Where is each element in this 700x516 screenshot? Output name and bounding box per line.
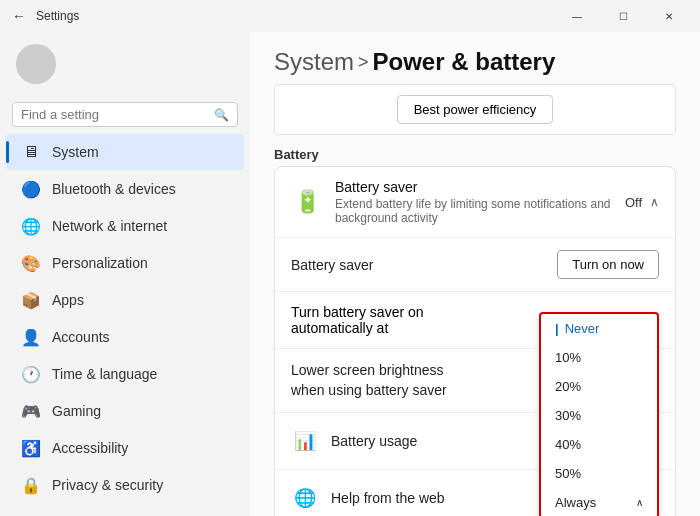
breadcrumb: System > Power & battery <box>274 48 676 76</box>
dropdown-item-never[interactable]: Never <box>541 314 657 343</box>
dropdown-item-always[interactable]: Always ∧ <box>541 488 657 516</box>
sidebar-item-accessibility[interactable]: ♿ Accessibility <box>6 430 244 466</box>
sidebar-item-gaming[interactable]: 🎮 Gaming <box>6 393 244 429</box>
battery-saver-row-label: Battery saver <box>291 257 557 273</box>
battery-saver-status: Off <box>625 195 642 210</box>
power-efficiency-button[interactable]: Best power efficiency <box>397 95 554 124</box>
close-button[interactable]: ✕ <box>646 0 692 32</box>
system-icon: 🖥 <box>22 143 40 161</box>
battery-section: 🔋 Battery saver Extend battery life by l… <box>274 166 676 516</box>
help-icon: 🌐 <box>291 484 319 512</box>
battery-saver-icon: 🔋 <box>291 186 323 218</box>
search-box[interactable]: 🔍 <box>12 102 238 127</box>
dropdown-item-10pct[interactable]: 10% <box>541 343 657 372</box>
bluetooth-icon: 🔵 <box>22 180 40 198</box>
sidebar-profile <box>0 32 250 96</box>
sidebar-item-label-accessibility: Accessibility <box>52 440 128 456</box>
sidebar-item-apps[interactable]: 📦 Apps <box>6 282 244 318</box>
sidebar-item-system[interactable]: 🖥 System <box>6 134 244 170</box>
content-area: System > Power & battery Best power effi… <box>250 32 700 516</box>
dropdown-item-30pct[interactable]: 30% <box>541 401 657 430</box>
sidebar-item-label-gaming: Gaming <box>52 403 101 419</box>
sidebar-item-label-apps: Apps <box>52 292 84 308</box>
accounts-icon: 👤 <box>22 328 40 346</box>
brightness-line1: Lower screen brightness <box>291 362 444 378</box>
network-icon: 🌐 <box>22 217 40 235</box>
battery-saver-desc: Extend battery life by limiting some not… <box>335 197 625 225</box>
search-input[interactable] <box>21 107 214 122</box>
maximize-button[interactable]: ☐ <box>600 0 646 32</box>
dropdown-item-50pct[interactable]: 50% <box>541 459 657 488</box>
accessibility-icon: ♿ <box>22 439 40 457</box>
sidebar-item-label-time: Time & language <box>52 366 157 382</box>
sidebar-item-bluetooth[interactable]: 🔵 Bluetooth & devices <box>6 171 244 207</box>
auto-label-line1: Turn battery saver on <box>291 304 424 320</box>
app-body: 🔍 🖥 System 🔵 Bluetooth & devices 🌐 Netwo… <box>0 32 700 516</box>
battery-usage-icon: 📊 <box>291 427 319 455</box>
brightness-line2: when using battery saver <box>291 382 447 398</box>
sidebar-item-label-accounts: Accounts <box>52 329 110 345</box>
time-icon: 🕐 <box>22 365 40 383</box>
gaming-icon: 🎮 <box>22 402 40 420</box>
content-header: System > Power & battery <box>250 32 700 84</box>
back-button[interactable]: ← <box>8 6 30 26</box>
battery-section-label: Battery <box>274 147 676 162</box>
breadcrumb-current: Power & battery <box>373 48 556 76</box>
dropdown-item-40pct[interactable]: 40% <box>541 430 657 459</box>
power-efficiency-strip: Best power efficiency <box>274 84 676 135</box>
breadcrumb-parent: System <box>274 48 354 76</box>
breadcrumb-sep: > <box>358 52 369 73</box>
auto-battery-saver-row: Turn battery saver on automatically at N… <box>275 292 675 349</box>
sidebar-item-label-bluetooth: Bluetooth & devices <box>52 181 176 197</box>
sidebar-item-label-network: Network & internet <box>52 218 167 234</box>
red-arrow-annotation <box>250 298 265 342</box>
privacy-icon: 🔒 <box>22 476 40 494</box>
dropdown-item-20pct[interactable]: 20% <box>541 372 657 401</box>
nav-container: 🖥 System 🔵 Bluetooth & devices 🌐 Network… <box>0 133 250 504</box>
title-bar-controls: — ☐ ✕ <box>554 0 692 32</box>
battery-saver-info: Battery saver Extend battery life by lim… <box>335 179 625 225</box>
sidebar: 🔍 🖥 System 🔵 Bluetooth & devices 🌐 Netwo… <box>0 32 250 516</box>
personalization-icon: 🎨 <box>22 254 40 272</box>
sidebar-item-time[interactable]: 🕐 Time & language <box>6 356 244 392</box>
title-bar-title: Settings <box>36 9 79 23</box>
title-bar-left: ← Settings <box>8 6 79 26</box>
avatar <box>16 44 56 84</box>
sidebar-item-network[interactable]: 🌐 Network & internet <box>6 208 244 244</box>
title-bar: ← Settings — ☐ ✕ <box>0 0 700 32</box>
battery-saver-header: 🔋 Battery saver Extend battery life by l… <box>275 167 675 238</box>
dropdown-menu: Never10%20%30%40%50%Always ∧ <box>539 312 659 516</box>
minimize-button[interactable]: — <box>554 0 600 32</box>
sidebar-item-personalization[interactable]: 🎨 Personalization <box>6 245 244 281</box>
apps-icon: 📦 <box>22 291 40 309</box>
sidebar-item-label-privacy: Privacy & security <box>52 477 163 493</box>
content-body: Best power efficiency Battery 🔋 Battery … <box>250 84 700 516</box>
sidebar-item-accounts[interactable]: 👤 Accounts <box>6 319 244 355</box>
auto-label-line2: automatically at <box>291 320 388 336</box>
battery-saver-title: Battery saver <box>335 179 625 195</box>
search-icon: 🔍 <box>214 108 229 122</box>
turn-on-button[interactable]: Turn on now <box>557 250 659 279</box>
battery-saver-toggle: Off ∧ <box>625 195 659 210</box>
battery-saver-chevron[interactable]: ∧ <box>650 195 659 209</box>
sidebar-item-privacy[interactable]: 🔒 Privacy & security <box>6 467 244 503</box>
sidebar-item-label-system: System <box>52 144 99 160</box>
sidebar-item-label-personalization: Personalization <box>52 255 148 271</box>
battery-saver-row: Battery saver Turn on now <box>275 238 675 292</box>
